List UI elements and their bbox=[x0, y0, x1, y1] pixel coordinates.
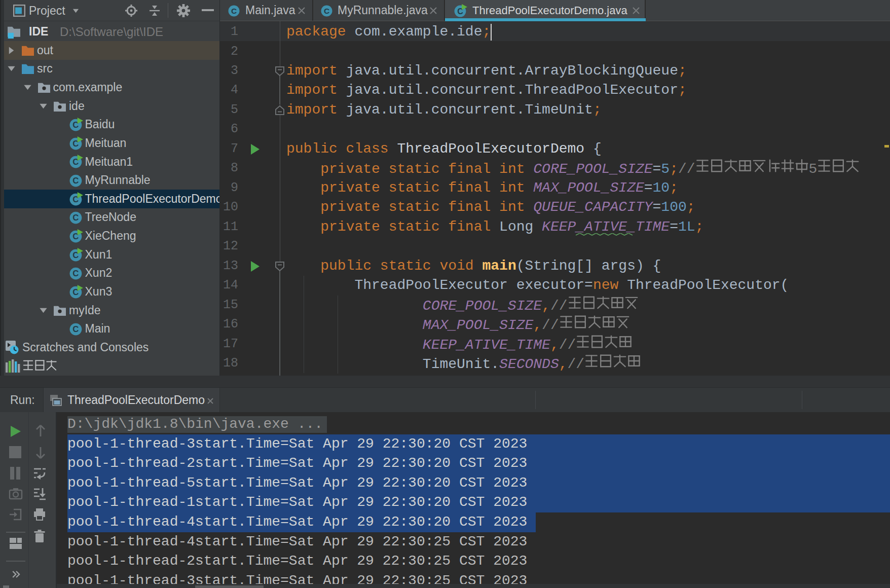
svg-text:C: C bbox=[72, 269, 79, 278]
svg-text:C: C bbox=[72, 213, 79, 223]
svg-text:C: C bbox=[72, 176, 79, 186]
svg-text:C: C bbox=[72, 324, 79, 334]
svg-text:C: C bbox=[324, 7, 329, 15]
svg-text:C: C bbox=[231, 7, 237, 15]
